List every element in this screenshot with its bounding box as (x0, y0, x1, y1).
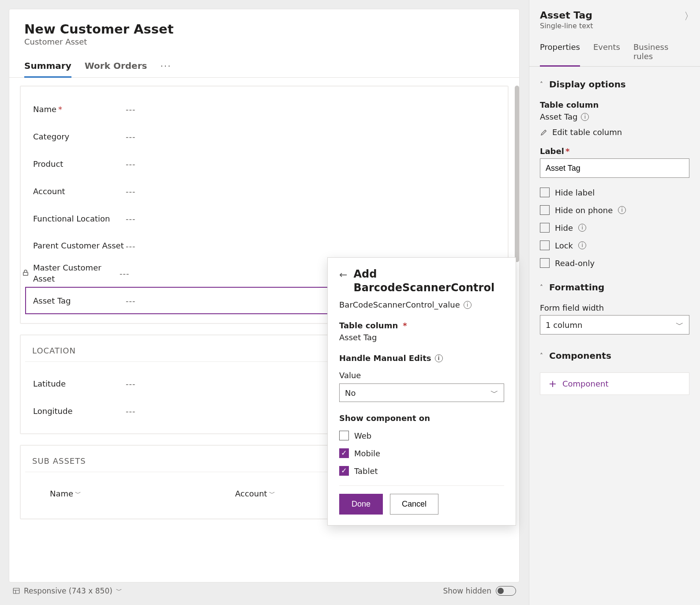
accordion-components-label: Components (549, 350, 611, 361)
add-component-button[interactable]: + Component (540, 372, 689, 395)
add-component-popover: ← Add BarcodeScannerControl BarCodeScann… (327, 257, 516, 526)
tab-work-orders[interactable]: Work Orders (85, 60, 147, 77)
rp-tab-properties[interactable]: Properties (540, 42, 580, 66)
checkbox-checked-icon (339, 448, 349, 458)
field-functional-location[interactable]: Functional Location --- (25, 205, 503, 232)
chevron-up-icon: ˄ (540, 81, 543, 88)
svg-rect-1 (13, 588, 19, 594)
edit-table-column-link[interactable]: Edit table column (540, 128, 689, 137)
popover-table-column-value: Asset Tag (339, 333, 504, 342)
accordion-formatting[interactable]: ˄ Formatting (540, 276, 689, 299)
rp-tab-events[interactable]: Events (593, 42, 620, 66)
checkbox-icon (540, 205, 550, 215)
checkbox-icon (339, 431, 349, 440)
properties-subtype: Single-line text (540, 22, 691, 30)
checkbox-icon (540, 240, 550, 250)
responsive-size-picker[interactable]: Responsive (743 x 850) ﹀ (12, 586, 122, 595)
field-category[interactable]: Category --- (25, 123, 503, 150)
info-icon[interactable]: i (435, 354, 443, 362)
popover-value-selected: No (345, 388, 356, 398)
toggle-switch[interactable] (496, 586, 516, 596)
chevron-down-icon: ﹀ (676, 319, 684, 330)
check-lock-text: Lock (555, 241, 573, 250)
accordion-components[interactable]: ˄ Components (540, 344, 689, 367)
tab-overflow[interactable]: ··· (160, 61, 171, 77)
checkbox-icon (540, 188, 550, 197)
popover-actions: Done Cancel (339, 494, 504, 515)
column-account[interactable]: Account﹀ (235, 489, 314, 498)
field-master-customer-asset-label: Master Customer Asset (33, 262, 120, 284)
back-arrow-icon[interactable]: ← (339, 269, 347, 280)
column-name[interactable]: Name﹀ (50, 489, 235, 498)
label-input[interactable] (540, 158, 689, 178)
chevron-up-icon: ˄ (540, 352, 543, 359)
cancel-button[interactable]: Cancel (390, 494, 438, 515)
field-functional-location-label: Functional Location (33, 214, 126, 223)
form-entity-name: Customer Asset (24, 37, 504, 46)
chevron-down-icon: ﹀ (75, 490, 81, 498)
check-tablet[interactable]: Tablet (339, 466, 504, 476)
info-icon[interactable]: i (464, 301, 472, 309)
divider (339, 485, 504, 486)
form-title: New Customer Asset (24, 22, 504, 37)
field-parent-customer-asset[interactable]: Parent Customer Asset --- (25, 232, 503, 259)
accordion-formatting-label: Formatting (549, 282, 604, 293)
accordion-display-options[interactable]: ˄ Display options (540, 73, 689, 96)
field-product[interactable]: Product --- (25, 150, 503, 177)
popover-title: Add BarcodeScannerControl (353, 267, 494, 295)
label-field-label: Label* (540, 147, 689, 156)
form-field-width-label: Form field width (540, 303, 689, 312)
field-parent-customer-asset-label: Parent Customer Asset (33, 240, 126, 251)
check-hide[interactable]: Hide i (540, 223, 689, 233)
form-tabs: Summary Work Orders ··· (9, 49, 519, 78)
field-parent-customer-asset-value: --- (126, 241, 136, 251)
check-tablet-label: Tablet (354, 466, 378, 476)
tab-summary[interactable]: Summary (24, 60, 71, 77)
form-field-width-select[interactable]: 1 column ﹀ (540, 315, 689, 334)
field-functional-location-value: --- (126, 214, 136, 223)
check-hide-on-phone[interactable]: Hide on phone i (540, 205, 689, 215)
checkbox-checked-icon (339, 466, 349, 476)
popover-value-label: Value (339, 371, 504, 380)
plus-icon: + (548, 380, 557, 388)
properties-header: Asset Tag Single-line text 〉 (529, 0, 700, 34)
popover-show-on-label: Show component on (339, 413, 504, 423)
svg-rect-0 (23, 272, 28, 275)
accordion-display-options-label: Display options (549, 79, 626, 90)
check-lock[interactable]: Lock i (540, 240, 689, 250)
rp-tab-business-rules[interactable]: Business rules (633, 42, 689, 66)
checkbox-icon (540, 223, 550, 233)
properties-title: Asset Tag (540, 10, 691, 21)
check-web[interactable]: Web (339, 431, 504, 440)
table-column-value: Asset Tag i (540, 112, 689, 121)
done-button[interactable]: Done (339, 494, 383, 515)
info-icon[interactable]: i (581, 113, 589, 121)
properties-panel: Asset Tag Single-line text 〉 Properties … (529, 0, 700, 605)
field-latitude-label: Latitude (33, 379, 126, 388)
field-asset-tag-label: Asset Tag (33, 296, 126, 305)
show-hidden-toggle[interactable]: Show hidden (443, 586, 516, 596)
form-header: New Customer Asset Customer Asset (9, 9, 519, 49)
collapse-panel-chevron-icon[interactable]: 〉 (684, 10, 694, 23)
check-mobile[interactable]: Mobile (339, 448, 504, 458)
vertical-scrollbar[interactable] (515, 86, 519, 262)
check-web-label: Web (354, 431, 371, 440)
field-account[interactable]: Account --- (25, 177, 503, 205)
info-icon[interactable]: i (578, 241, 586, 249)
field-category-value: --- (126, 132, 136, 141)
info-icon[interactable]: i (578, 224, 586, 232)
check-readonly[interactable]: Read-only (540, 258, 689, 268)
add-component-label: Component (562, 379, 609, 388)
chevron-down-icon: ﹀ (116, 587, 122, 595)
show-hidden-label: Show hidden (443, 586, 491, 595)
check-hide-label[interactable]: Hide label (540, 188, 689, 197)
pencil-icon (540, 128, 548, 136)
popover-value-select[interactable]: No ﹀ (339, 383, 504, 402)
field-category-label: Category (33, 132, 126, 141)
field-account-value: --- (126, 187, 136, 196)
canvas-footer: Responsive (743 x 850) ﹀ Show hidden (9, 581, 520, 601)
chevron-up-icon: ˄ (540, 284, 543, 291)
field-name[interactable]: Name* --- (25, 95, 503, 123)
info-icon[interactable]: i (618, 206, 626, 214)
lock-icon (22, 269, 30, 278)
